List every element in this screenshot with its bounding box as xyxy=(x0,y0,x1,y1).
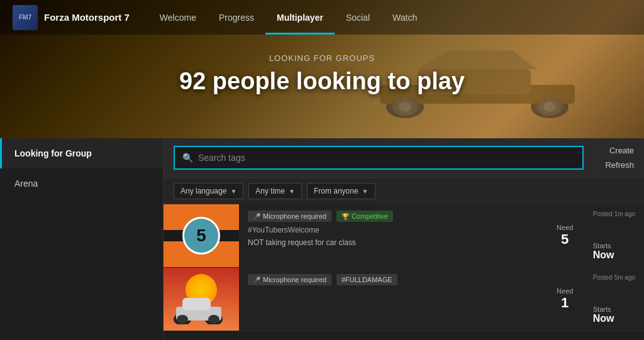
nav-bar: FM7 Forza Motorsport 7 Welcome Progress … xyxy=(0,0,644,35)
nav-links: Welcome Progress Multiplayer Social Watc… xyxy=(148,0,428,35)
refresh-button[interactable]: Refresh xyxy=(605,159,634,171)
trophy-icon: 🏆 xyxy=(341,213,349,220)
starts-info-1: Starts Now xyxy=(593,242,635,261)
search-icon: 🔍 xyxy=(182,153,193,163)
create-button[interactable]: Create xyxy=(609,145,634,156)
listing-tags-1: 🎤 Microphone required 🏆 Competitive xyxy=(248,211,537,222)
search-wrapper[interactable]: 🔍 xyxy=(174,146,584,170)
need-count-2: 1 xyxy=(561,295,569,311)
starts-value-2: Now xyxy=(593,313,635,324)
posted-time-2: Posted 5m ago xyxy=(593,274,635,281)
posted-time-1: Posted 1m ago xyxy=(593,211,635,217)
mic-tag: 🎤 Microphone required xyxy=(248,211,331,222)
content-area: 🔍 Create Refresh Any language ▼ Any time… xyxy=(164,138,644,340)
game-title: Forza Motorsport 7 xyxy=(44,12,130,23)
source-chevron-icon: ▼ xyxy=(362,188,369,195)
svg-rect-14 xyxy=(182,298,211,310)
mic-icon: 🎤 xyxy=(253,213,260,220)
listing-info-2: 🎤 Microphone required #FULLDAMAGE xyxy=(239,268,546,331)
starts-value-1: Now xyxy=(593,250,635,261)
time-chevron-icon: ▼ xyxy=(289,188,295,195)
listing-item[interactable]: 🎤 Microphone required #FULLDAMAGE Need 1… xyxy=(164,268,644,331)
listing-thumb-2 xyxy=(164,268,239,331)
listing-right-2: Posted 5m ago Starts Now xyxy=(584,268,644,331)
language-chevron-icon: ▼ xyxy=(230,188,236,195)
listing-hashtag-1: #YouTubersWelcome xyxy=(248,226,537,234)
source-filter-label: From anyone xyxy=(314,187,358,195)
thumb-number: 5 xyxy=(196,226,206,246)
damage-tag: #FULLDAMAGE xyxy=(336,274,397,285)
listings: 5 🎤 Microphone required 🏆 Competitive xyxy=(164,204,644,340)
sidebar-item-lfg[interactable]: Looking for Group xyxy=(0,138,163,168)
car-svg xyxy=(170,287,233,324)
nav-social[interactable]: Social xyxy=(335,0,381,35)
game-icon: FM7 xyxy=(13,5,38,30)
mic-icon-2: 🎤 xyxy=(253,277,260,283)
source-filter[interactable]: From anyone ▼ xyxy=(307,183,375,199)
need-label-1: Need xyxy=(557,224,573,231)
nav-progress[interactable]: Progress xyxy=(208,0,265,35)
action-buttons: Create Refresh xyxy=(590,145,634,171)
nav-watch[interactable]: Watch xyxy=(381,0,428,35)
main-content: Looking for Group Arena 🔍 Create Refresh… xyxy=(0,138,644,340)
time-filter-label: Any time xyxy=(255,187,285,195)
svg-point-10 xyxy=(543,102,556,112)
hero-title: 92 people looking to play xyxy=(0,68,644,95)
search-bar-area: 🔍 Create Refresh xyxy=(164,138,644,178)
listing-desc-1: NOT taking request for car class xyxy=(248,238,537,247)
listing-tags-2: 🎤 Microphone required #FULLDAMAGE xyxy=(248,274,537,285)
filter-row: Any language ▼ Any time ▼ From anyone ▼ xyxy=(164,178,644,204)
language-filter[interactable]: Any language ▼ xyxy=(174,183,243,199)
svg-point-8 xyxy=(399,102,411,112)
thumb-circle: 5 xyxy=(182,217,220,255)
listing-info-1: 🎤 Microphone required 🏆 Competitive #You… xyxy=(239,204,546,267)
need-label-2: Need xyxy=(557,287,573,295)
listing-item[interactable]: 5 🎤 Microphone required 🏆 Competitive xyxy=(164,204,644,268)
starts-label-2: Starts xyxy=(593,305,635,313)
competitive-tag: 🏆 Competitive xyxy=(336,211,393,222)
hero-section: FM7 Forza Motorsport 7 Welcome Progress … xyxy=(0,0,644,138)
mic-tag-2: 🎤 Microphone required xyxy=(248,274,331,285)
nav-welcome[interactable]: Welcome xyxy=(148,0,208,35)
sidebar: Looking for Group Arena xyxy=(0,138,164,340)
time-filter[interactable]: Any time ▼ xyxy=(248,183,302,199)
hero-subtitle: Looking for Groups xyxy=(0,53,644,63)
listing-thumb-1: 5 xyxy=(164,204,239,267)
need-count-1: 5 xyxy=(561,231,569,248)
svg-point-15 xyxy=(177,315,188,324)
sidebar-item-arena[interactable]: Arena xyxy=(0,168,163,199)
language-filter-label: Any language xyxy=(180,187,226,195)
starts-label-1: Starts xyxy=(593,242,635,250)
search-input[interactable] xyxy=(198,153,575,163)
listing-meta-2: Need 1 xyxy=(546,268,584,331)
svg-point-16 xyxy=(208,315,219,324)
hero-content: Looking for Groups 92 people looking to … xyxy=(0,35,644,95)
listing-meta-1: Need 5 xyxy=(546,204,584,267)
nav-multiplayer[interactable]: Multiplayer xyxy=(265,0,335,35)
starts-info-2: Starts Now xyxy=(593,305,635,324)
game-logo: FM7 Forza Motorsport 7 xyxy=(13,5,130,30)
listing-right-1: Posted 1m ago Starts Now xyxy=(584,204,644,267)
